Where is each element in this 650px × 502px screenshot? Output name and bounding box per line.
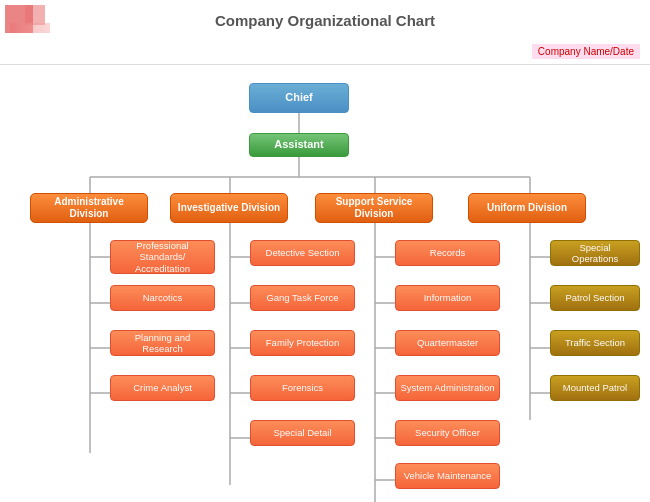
node-sup-sec-6: Vehicle Maintenance [395, 463, 500, 489]
node-admin-sec-1: Professional Standards/ Accreditation [110, 240, 215, 274]
node-sup-sec-4: System Administration [395, 375, 500, 401]
node-inv-sec-2: Gang Task Force [250, 285, 355, 311]
node-chief: Chief [249, 83, 349, 113]
node-admin-division: Administrative Division [30, 193, 148, 223]
node-inv-sec-3: Family Protection [250, 330, 355, 356]
node-sup-sec-3: Quartermaster [395, 330, 500, 356]
node-sup-sec-1: Records [395, 240, 500, 266]
node-sup-sec-2: Information [395, 285, 500, 311]
node-assistant: Assistant [249, 133, 349, 157]
node-inv-sec-1: Detective Section [250, 240, 355, 266]
node-uni-sec-3: Traffic Section [550, 330, 640, 356]
chart-area: Chief Assistant Administrative Division … [0, 65, 650, 502]
node-admin-sec-3: Planning and Research [110, 330, 215, 356]
company-name: Company Name/Date [532, 44, 640, 59]
node-uni-sec-1: Special Operations [550, 240, 640, 266]
node-admin-sec-2: Narcotics [110, 285, 215, 311]
node-uniform-division: Uniform Division [468, 193, 586, 223]
page-title: Company Organizational Chart [0, 12, 650, 29]
node-support-division: Support Service Division [315, 193, 433, 223]
node-uni-sec-2: Patrol Section [550, 285, 640, 311]
header: Company Organizational Chart Company Nam… [0, 0, 650, 65]
node-sup-sec-5: Security Officer [395, 420, 500, 446]
node-inv-sec-5: Special Detail [250, 420, 355, 446]
node-uni-sec-4: Mounted Patrol [550, 375, 640, 401]
node-inv-sec-4: Forensics [250, 375, 355, 401]
node-admin-sec-4: Crime Analyst [110, 375, 215, 401]
node-investigative-division: Investigative Division [170, 193, 288, 223]
